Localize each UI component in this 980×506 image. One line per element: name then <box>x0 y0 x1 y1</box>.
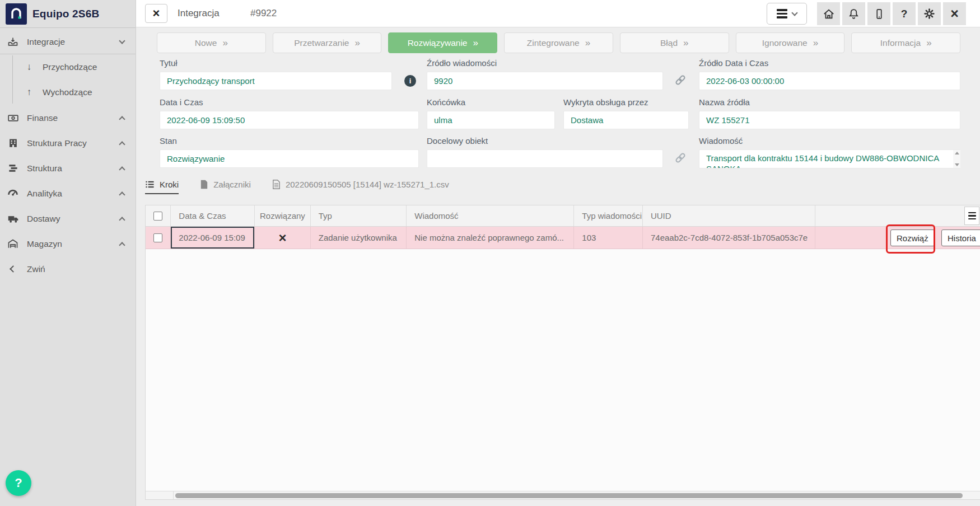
state-button-ignorowane[interactable]: Ignorowane» <box>736 32 845 53</box>
file-icon <box>200 180 208 189</box>
state-button-przetwarzanie[interactable]: Przetwarzanie» <box>273 32 382 53</box>
state-button-nowe[interactable]: Nowe» <box>157 32 266 53</box>
tytul-field[interactable]: Przychodzący transport <box>160 72 392 90</box>
stan-field[interactable]: Rozwiązywanie <box>160 149 419 168</box>
mobile-button[interactable] <box>867 2 890 25</box>
state-button-informacja[interactable]: Informacja» <box>851 32 960 53</box>
scroll-up-icon <box>955 152 959 154</box>
double-arrow-icon: » <box>354 38 360 49</box>
link-icon[interactable] <box>673 73 688 87</box>
docelowy-obiekt-field[interactable] <box>427 149 663 168</box>
row-checkbox[interactable] <box>153 233 162 242</box>
koncowka-field[interactable]: ulma <box>427 111 555 129</box>
sidebar-item-label: Magazyn <box>27 239 62 249</box>
sidebar-item-struktura[interactable]: Struktura <box>0 156 136 181</box>
home-icon <box>823 8 835 20</box>
app-title: Equipo 2S6B <box>32 8 99 20</box>
gauge-icon <box>7 188 19 199</box>
cell-wiadomosc[interactable]: Nie można znaleźć poprawnego zamó... <box>407 227 574 249</box>
sidebar-item-dostawy[interactable]: Dostawy <box>0 206 136 231</box>
cell-uuid[interactable]: 74eaab2c-7cd8-4072-853f-1b705a053c7e <box>643 227 815 249</box>
link-icon[interactable] <box>673 151 688 165</box>
nazwa-zrodla-field[interactable]: WZ 155271 <box>699 111 960 129</box>
help-button[interactable]: ? <box>893 2 916 25</box>
sidebar-item-label: Dostawy <box>27 214 60 224</box>
close-record-button[interactable]: × <box>145 4 167 23</box>
sidebar-item-struktura-pracy[interactable]: Struktura Pracy <box>0 130 136 156</box>
field-label-docelowy-obiekt: Docelowy obiekt <box>427 136 488 146</box>
warehouse-icon <box>7 238 19 250</box>
info-icon[interactable]: i <box>404 75 416 87</box>
wiadomosc-field[interactable]: Transport dla kontraktu 15144 i budowy D… <box>699 149 960 168</box>
field-label-stan: Stan <box>160 136 177 146</box>
field-label-wiadomosc: Wiadomość <box>699 136 743 146</box>
building-icon <box>7 138 19 148</box>
wykryta-obsluga-field[interactable]: Dostawa <box>563 111 689 129</box>
question-icon: ? <box>901 8 908 20</box>
record-id: #9922 <box>250 8 277 19</box>
col-header-history <box>868 205 980 226</box>
zrodlo-wiadomosci-field[interactable]: 9920 <box>427 72 663 90</box>
sidebar-item-przychodzace[interactable]: ↓ Przychodzące <box>0 54 136 79</box>
field-label-nazwa-zrodla: Nazwa źródła <box>699 97 750 107</box>
main-area: × Integracja #9922 <box>136 0 980 506</box>
select-all-checkbox[interactable] <box>153 212 162 221</box>
col-header-uuid[interactable]: UUID <box>643 205 815 226</box>
double-arrow-icon: » <box>473 38 478 49</box>
main-menu-button[interactable] <box>767 3 807 25</box>
sidebar-item-label: Zwiń <box>27 264 45 274</box>
sidebar: Equipo 2S6B Integracje ↓ Przychodzące ↑ … <box>0 0 136 506</box>
field-label-tytul: Tytuł <box>160 58 178 68</box>
chevron-up-icon <box>119 242 125 248</box>
double-arrow-icon: » <box>926 38 931 49</box>
home-button[interactable] <box>817 2 840 25</box>
top-icon-bar: ? × <box>767 2 966 25</box>
cell-typ-wiadomosci[interactable]: 103 <box>574 227 643 249</box>
col-header-typ-wiadomosci[interactable]: Typ wiadomości <box>574 205 643 226</box>
chevron-left-icon <box>7 266 19 271</box>
zrodlo-data-czas-field[interactable]: 2022-06-03 00:00:00 <box>699 72 960 90</box>
sidebar-item-label: Analityka <box>27 189 62 199</box>
sidebar-item-magazyn[interactable]: Magazyn <box>0 231 136 256</box>
close-app-button[interactable]: × <box>943 2 966 25</box>
col-header-typ[interactable]: Typ <box>311 205 407 226</box>
cell-data-czas[interactable]: 2022-06-09 15:09 <box>171 227 255 249</box>
sidebar-item-integracje[interactable]: Integracje <box>0 29 136 54</box>
sidebar-item-finanse[interactable]: Finanse <box>0 105 136 130</box>
chevron-up-icon <box>119 191 125 198</box>
notifications-button[interactable] <box>842 2 865 25</box>
sidebar-item-zwin[interactable]: Zwiń <box>0 256 136 282</box>
scrollbar-thumb[interactable] <box>175 493 963 498</box>
settings-button[interactable] <box>918 2 941 25</box>
col-header-actions <box>815 205 868 226</box>
table-row[interactable]: 2022-06-09 15:09 × Zadanie użytkownika N… <box>146 227 980 249</box>
help-fab-button[interactable]: ? <box>6 470 31 496</box>
col-header-wiadomosc[interactable]: Wiadomość <box>407 205 574 226</box>
cell-typ[interactable]: Zadanie użytkownika <box>311 227 407 249</box>
table-header-row: Data & Czas Rozwiązany Typ Wiadomość Typ… <box>146 205 980 227</box>
chevron-up-icon <box>119 166 125 172</box>
data-czas-field[interactable]: 2022-06-09 15:09:50 <box>160 111 419 129</box>
col-header-rozwiazany[interactable]: Rozwiązany <box>255 205 311 226</box>
column-settings-button[interactable] <box>964 207 979 225</box>
tab-zalaczniki[interactable]: Załączniki <box>200 180 251 193</box>
sidebar-item-analityka[interactable]: Analityka <box>0 181 136 206</box>
gear-icon <box>923 8 935 20</box>
state-button-blad[interactable]: Błąd» <box>620 32 729 53</box>
textarea-scrollbar[interactable] <box>953 150 960 168</box>
app-logo-row[interactable]: Equipo 2S6B <box>0 0 136 28</box>
table-menu-icon <box>968 212 976 220</box>
state-button-zintegrowane[interactable]: Zintegrowane» <box>504 32 613 53</box>
resolve-button[interactable]: Rozwiąż <box>890 229 935 246</box>
state-button-rozwiazywanie[interactable]: Rozwiązywanie» <box>388 32 497 53</box>
tab-csv-file[interactable]: 20220609150505 [15144] wz-155271_1.csv <box>272 180 449 193</box>
scrollbar-corner <box>146 491 174 499</box>
sidebar-item-label: Struktura Pracy <box>27 138 87 148</box>
scroll-down-icon <box>955 163 959 166</box>
sidebar-item-wychodzace[interactable]: ↑ Wychodzące <box>0 79 136 105</box>
bell-icon <box>848 8 860 20</box>
col-header-data-czas[interactable]: Data & Czas <box>171 205 255 226</box>
chevron-up-icon <box>119 217 125 223</box>
history-button[interactable]: Historia <box>941 229 980 246</box>
tab-kroki[interactable]: Kroki <box>145 180 179 194</box>
